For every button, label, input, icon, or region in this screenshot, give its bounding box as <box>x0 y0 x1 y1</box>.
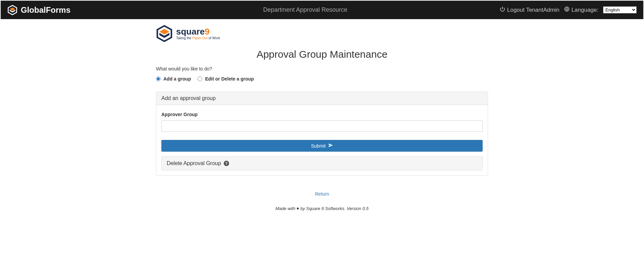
logo-text-b: 9 <box>205 27 209 37</box>
prompt-text: What would you like to do? <box>156 66 488 71</box>
delete-group-panel[interactable]: Delete Approval Group ? <box>161 156 483 170</box>
logout-label: Logout TenantAdmin <box>507 7 559 13</box>
brand-link[interactable]: GlobalForms <box>7 5 70 15</box>
page-title: Approval Group Maintenance <box>156 49 488 60</box>
brand-text: GlobalForms <box>21 5 70 15</box>
square9-logo-text: square9 Taking the Paper Out of Work <box>176 27 220 40</box>
radio-edit-label: Edit or Delete a group <box>205 76 254 82</box>
footer-text: Made with ♥ by Square 9 Softworks. Versi… <box>156 206 488 211</box>
navbar-title: Department Approval Resource <box>111 6 500 13</box>
top-navbar: GlobalForms Department Approval Resource… <box>1 1 643 19</box>
radio-add-group[interactable]: Add a group <box>156 76 191 82</box>
action-radio-group: Add a group Edit or Delete a group <box>156 76 488 82</box>
main-container: square9 Taking the Paper Out of Work App… <box>151 25 493 211</box>
power-icon <box>500 6 505 13</box>
panel-heading-add: Add an approval group <box>156 92 488 105</box>
globe-icon <box>564 6 570 13</box>
approver-group-input[interactable] <box>161 120 483 132</box>
logo-tag-a: Taking the <box>176 36 192 40</box>
main-panel: Add an approval group Approver Group Sub… <box>156 92 488 176</box>
radio-edit-group[interactable]: Edit or Delete a group <box>198 76 254 82</box>
submit-label: Submit <box>311 143 326 149</box>
radio-add-label: Add a group <box>163 76 191 82</box>
approver-group-label: Approver Group <box>161 112 483 117</box>
logo-tag-b: Paper Out <box>192 36 208 40</box>
language-group: Language: <box>564 6 598 13</box>
square9-logo: square9 Taking the Paper Out of Work <box>156 25 488 42</box>
brand-logo-icon <box>7 5 17 15</box>
logout-link[interactable]: Logout TenantAdmin <box>500 6 559 13</box>
paper-plane-icon <box>328 143 333 149</box>
radio-add-input[interactable] <box>156 76 161 81</box>
navbar-right: Logout TenantAdmin Language: English <box>500 6 637 13</box>
panel-body: Approver Group Submit Delete Approval Gr… <box>156 105 488 175</box>
logo-text-a: square <box>176 27 205 37</box>
square9-logo-icon <box>156 25 173 42</box>
language-label: Language: <box>572 7 598 13</box>
radio-edit-input[interactable] <box>198 76 202 81</box>
language-select[interactable]: English <box>603 6 637 13</box>
delete-group-label: Delete Approval Group <box>167 160 221 166</box>
logo-tag-c: of Work <box>208 36 220 40</box>
return-link[interactable]: Return <box>156 191 488 197</box>
svg-marker-7 <box>159 29 169 35</box>
submit-button[interactable]: Submit <box>161 140 483 152</box>
help-icon: ? <box>224 161 229 166</box>
